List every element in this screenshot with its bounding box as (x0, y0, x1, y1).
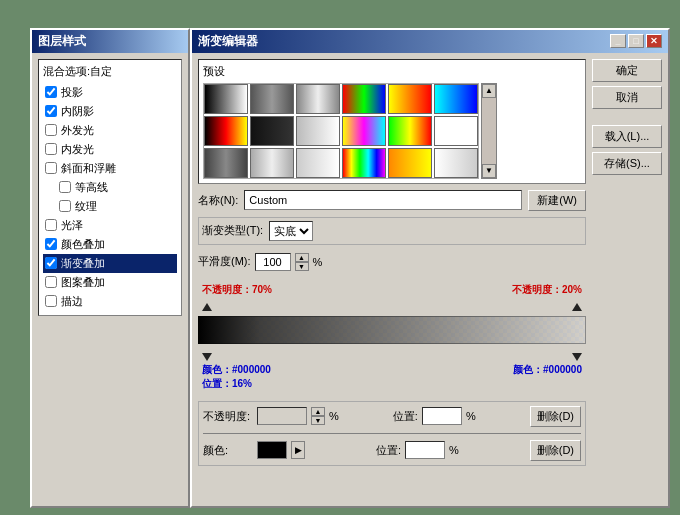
delete-button-2[interactable]: 删除(D) (530, 440, 581, 461)
preset-item-4[interactable] (342, 84, 386, 114)
layer-style-title: 图层样式 (32, 30, 188, 53)
color-right-annotation: 颜色：#000000 (513, 363, 582, 391)
scroll-track (482, 98, 496, 164)
gradient-editor-title: 渐变编辑器 _ □ ✕ (192, 30, 668, 53)
delete-button-1[interactable]: 删除(D) (530, 406, 581, 427)
opacity-step-up[interactable]: ▲ (311, 407, 325, 416)
opacity-ctrl-label: 不透明度: (203, 409, 253, 424)
style-item-contour[interactable]: 等高线 (43, 178, 177, 197)
smoothness-row: 平滑度(M): ▲ ▼ % (198, 251, 586, 273)
scroll-up-button[interactable]: ▲ (482, 84, 496, 98)
pos-pct-1: % (466, 410, 476, 422)
preset-item-7[interactable] (204, 116, 248, 146)
opacity-right-annotation: 不透明度：20% (512, 283, 582, 297)
color-stop-left-marker[interactable] (202, 353, 212, 361)
gradient-bar[interactable] (198, 316, 586, 344)
new-button[interactable]: 新建(W) (528, 190, 586, 211)
name-input[interactable] (244, 190, 522, 210)
presets-scrollbar: ▲ ▼ (481, 83, 497, 179)
confirm-button[interactable]: 确定 (592, 59, 662, 82)
cancel-button[interactable]: 取消 (592, 86, 662, 109)
pos-label-2: 位置: (376, 443, 401, 458)
gradient-bar-section: 不透明度：70% 不透明度：20% (198, 283, 586, 391)
step-up[interactable]: ▲ (295, 253, 309, 262)
pos-input-2[interactable] (405, 441, 445, 459)
opacity-pct-label: % (329, 410, 339, 422)
pos-pct-2: % (449, 444, 459, 456)
color-arrow-button[interactable]: ▶ (291, 441, 305, 459)
preset-item-17[interactable] (388, 148, 432, 178)
gradient-type-select[interactable]: 实底 杂色 (269, 221, 313, 241)
load-button[interactable]: 载入(L)... (592, 125, 662, 148)
preset-item-3[interactable] (296, 84, 340, 114)
pos-input-1[interactable] (422, 407, 462, 425)
preset-item-5[interactable] (388, 84, 432, 114)
style-item-patternOverlay[interactable]: 图案叠加 (43, 273, 177, 292)
preset-item-12[interactable] (434, 116, 478, 146)
pos-label-1: 位置: (393, 409, 418, 424)
opacity-stop-right[interactable] (572, 303, 582, 311)
minimize-button[interactable]: _ (610, 34, 626, 48)
style-item-gradientOverlay[interactable]: 渐变叠加 (43, 254, 177, 273)
preset-item-9[interactable] (296, 116, 340, 146)
preset-item-2[interactable] (250, 84, 294, 114)
color-stop-right-marker[interactable] (572, 353, 582, 361)
style-item-colorOverlay[interactable]: 颜色叠加 (43, 235, 177, 254)
preset-item-14[interactable] (250, 148, 294, 178)
scroll-down-button[interactable]: ▼ (482, 164, 496, 178)
opacity-ctrl-input[interactable] (257, 407, 307, 425)
style-item-bevelEmboss[interactable]: 斜面和浮雕 (43, 159, 177, 178)
style-item-outerGlow[interactable]: 外发光 (43, 121, 177, 140)
smoothness-label: 平滑度(M): (198, 254, 251, 269)
style-item-stroke[interactable]: 描边 (43, 292, 177, 311)
preset-item-8[interactable] (250, 116, 294, 146)
color-control-row: 颜色: ▶ 位置: % 删除(D) (203, 440, 581, 461)
bottom-controls: 不透明度: ▲ ▼ % 位置: % 删除(D) (198, 401, 586, 466)
style-section: 混合选项:自定 投影内阴影外发光内发光斜面和浮雕等高线纹理光泽颜色叠加渐变叠加图… (38, 59, 182, 316)
smoothness-pct: % (313, 256, 323, 268)
step-down[interactable]: ▼ (295, 262, 309, 271)
presets-grid (203, 83, 479, 179)
gradient-type-label: 渐变类型(T): (202, 223, 263, 238)
opacity-stepper[interactable]: ▲ ▼ (311, 407, 325, 425)
opacity-stop-left[interactable] (202, 303, 212, 311)
style-item-satin[interactable]: 光泽 (43, 216, 177, 235)
name-row: 名称(N): 新建(W) (198, 190, 586, 211)
preset-item-10[interactable] (342, 116, 386, 146)
color-ctrl-label: 颜色: (203, 443, 253, 458)
smoothness-stepper[interactable]: ▲ ▼ (295, 253, 309, 271)
window-controls: _ □ ✕ (610, 34, 662, 48)
presets-section: 预设 ▲ ▼ (198, 59, 586, 184)
opacity-left-annotation: 不透明度：70% (202, 283, 272, 297)
gradient-type-row: 渐变类型(T): 实底 杂色 (198, 217, 586, 245)
opacity-step-down[interactable]: ▼ (311, 416, 325, 425)
preset-item-6[interactable] (434, 84, 478, 114)
style-item-shadow[interactable]: 投影 (43, 83, 177, 102)
maximize-button[interactable]: □ (628, 34, 644, 48)
preset-item-1[interactable] (204, 84, 248, 114)
style-item-texture[interactable]: 纹理 (43, 197, 177, 216)
gradient-sidebar: 确定 取消 载入(L)... 存储(S)... (592, 59, 662, 500)
color-left-annotation: 颜色：#000000 位置：16% (202, 363, 271, 391)
preset-item-11[interactable] (388, 116, 432, 146)
preset-item-18[interactable] (434, 148, 478, 178)
gradient-editor-panel: 渐变编辑器 _ □ ✕ 预设 ▲ (190, 28, 670, 508)
save-button[interactable]: 存储(S)... (592, 152, 662, 175)
mix-options-label: 混合选项:自定 (43, 64, 177, 79)
presets-label: 预设 (203, 64, 581, 79)
style-item-innerShadow[interactable]: 内阴影 (43, 102, 177, 121)
preset-item-15[interactable] (296, 148, 340, 178)
smoothness-input[interactable] (255, 253, 291, 271)
color-swatch[interactable] (257, 441, 287, 459)
opacity-control-row: 不透明度: ▲ ▼ % 位置: % 删除(D) (203, 406, 581, 427)
close-button[interactable]: ✕ (646, 34, 662, 48)
preset-item-16[interactable] (342, 148, 386, 178)
color-annotations: 颜色：#000000 位置：16% 颜色：#000000 (198, 363, 586, 391)
layer-style-panel: 图层样式 混合选项:自定 投影内阴影外发光内发光斜面和浮雕等高线纹理光泽颜色叠加… (30, 28, 190, 508)
preset-item-13[interactable] (204, 148, 248, 178)
name-label: 名称(N): (198, 193, 238, 208)
opacity-annotations: 不透明度：70% 不透明度：20% (198, 283, 586, 297)
style-item-innerGlow[interactable]: 内发光 (43, 140, 177, 159)
